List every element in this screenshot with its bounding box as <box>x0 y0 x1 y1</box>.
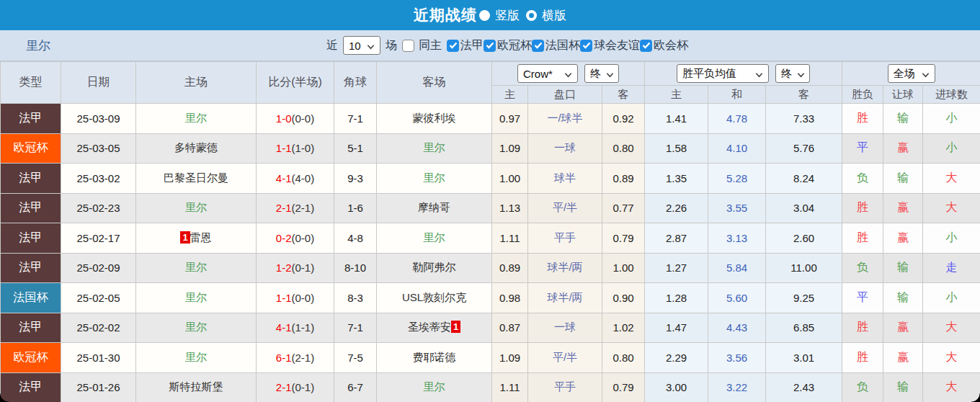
team-link[interactable]: 费耶诺德 <box>413 351 456 363</box>
avg-home-odds: 2.87 <box>645 223 708 254</box>
avg-away-odds: 9.25 <box>766 283 842 313</box>
team-link[interactable]: 里尔 <box>424 231 445 244</box>
team-link[interactable]: 里尔 <box>424 380 445 393</box>
home-team-cell: 里尔 <box>136 104 257 134</box>
team-link[interactable]: 圣埃蒂安1 <box>408 321 460 333</box>
recent-count-select[interactable]: 10 <box>343 36 380 55</box>
result-goals: 大 <box>923 164 980 194</box>
asian-away-odds: 0.80 <box>602 133 645 164</box>
league-filter-group: 法甲欧冠杯法国杯球会友谊欧会杯 <box>447 38 688 53</box>
recent-results-panel: 近期战绩 竖版横版 里尔 近 10 场 同主 法甲欧冠杯法国杯球会友谊欧会杯 <box>0 0 980 402</box>
away-team-cell: 里尔 <box>377 164 492 194</box>
avg-draw-odds: 4.10 <box>708 133 766 164</box>
team-link[interactable]: USL敦刻尔克 <box>402 291 466 303</box>
team-link[interactable]: 里尔 <box>185 261 207 273</box>
team-link[interactable]: 里尔 <box>424 171 445 184</box>
match-row: 欧冠杯25-03-05多特蒙德1-1(1-0)5-1里尔1.09一球0.801.… <box>1 133 980 164</box>
result-handicap: 输 <box>883 164 923 194</box>
home-team-cell: 里尔 <box>136 193 257 223</box>
team-link[interactable]: 里尔 <box>424 141 445 153</box>
asian-home-odds: 0.87 <box>492 313 528 343</box>
result-outcome: 胜 <box>842 313 883 343</box>
team-link[interactable]: 蒙彼利埃 <box>413 112 456 124</box>
team-link[interactable]: 1雷恩 <box>180 231 211 244</box>
corners-cell: 7-1 <box>334 313 377 343</box>
asian-home-odds: 1.11 <box>492 372 528 402</box>
league-type-cell: 欧冠杯 <box>1 133 61 164</box>
avg-home-odds: 2.26 <box>645 193 708 223</box>
team-name[interactable]: 里尔 <box>26 37 50 54</box>
team-link[interactable]: 里尔 <box>185 321 207 333</box>
asian-odds-group-header: Crow* 终 <box>492 62 645 86</box>
asian-home-odds: 0.89 <box>492 253 528 283</box>
odds-stage-select[interactable]: 终 <box>584 64 619 83</box>
result-goals: 小 <box>923 133 980 164</box>
match-row: 法甲25-03-09里尔1-0(0-0)7-1蒙彼利埃0.97一/球半0.921… <box>1 104 980 134</box>
league-type-cell: 法甲 <box>1 104 61 134</box>
score-cell: 2-1(0-1) <box>257 372 334 402</box>
league-filter-2: 法国杯 <box>532 38 580 53</box>
match-row: 法甲25-03-02巴黎圣日尔曼4-1(4-0)9-3里尔1.00球半0.891… <box>1 164 980 194</box>
odds-company-select[interactable]: Crow* <box>517 64 578 83</box>
avg-type-select[interactable]: 胜平负均值 <box>677 64 769 83</box>
col-header-type: 类型 <box>1 62 61 104</box>
score-cell: 6-1(2-1) <box>257 343 334 373</box>
league-type-cell: 法甲 <box>1 313 61 343</box>
team-link[interactable]: 斯特拉斯堡 <box>169 380 223 393</box>
team-link[interactable]: 里尔 <box>185 112 207 124</box>
avg-home-odds: 1.28 <box>645 283 708 313</box>
sub-header-handicap: 让球 <box>883 86 923 104</box>
league-checkbox[interactable] <box>580 40 592 52</box>
layout-radio-vertical[interactable]: 竖版 <box>479 7 520 24</box>
handicap-line: 球半 <box>528 164 602 194</box>
league-checkbox[interactable] <box>484 40 496 52</box>
sub-header-avg-away: 客 <box>766 86 842 104</box>
corners-cell: 8-3 <box>334 283 377 313</box>
corners-cell: 8-10 <box>334 253 377 283</box>
asian-home-odds: 1.11 <box>492 223 528 254</box>
handicap-line: 平手 <box>528 372 602 402</box>
avg-away-odds: 3.04 <box>766 193 842 223</box>
result-goals: 大 <box>923 343 980 373</box>
league-checkbox[interactable] <box>640 40 652 52</box>
league-type-cell: 法甲 <box>1 164 61 194</box>
team-link[interactable]: 多特蒙德 <box>174 141 218 153</box>
team-link[interactable]: 勒阿弗尔 <box>413 261 456 273</box>
score-cell: 1-1(0-0) <box>257 283 334 313</box>
col-header-date: 日期 <box>61 62 136 104</box>
result-goals: 大 <box>923 313 980 343</box>
avg-draw-odds: 3.22 <box>708 372 766 402</box>
home-team-cell: 斯特拉斯堡 <box>136 372 257 402</box>
league-type-cell: 欧冠杯 <box>1 343 61 373</box>
team-link[interactable]: 里尔 <box>185 201 207 213</box>
asian-away-odds: 1.00 <box>602 253 645 283</box>
team-link[interactable]: 摩纳哥 <box>418 201 450 213</box>
result-handicap: 输 <box>883 104 923 134</box>
league-checkbox[interactable] <box>447 40 459 52</box>
avg-away-odds: 7.33 <box>766 104 842 134</box>
league-checkbox[interactable] <box>532 40 544 52</box>
result-goals: 小 <box>923 223 980 254</box>
chevron-down-icon <box>606 68 614 80</box>
corners-cell: 7-1 <box>334 104 377 134</box>
asian-away-odds: 1.02 <box>602 313 645 343</box>
layout-radio-horizontal[interactable]: 横版 <box>526 7 566 24</box>
result-group-header: 全场 <box>842 62 980 86</box>
corners-cell: 9-3 <box>334 164 377 194</box>
avg-home-odds: 2.29 <box>645 343 708 373</box>
avg-away-odds: 3.01 <box>766 343 842 373</box>
team-link[interactable]: 里尔 <box>185 351 207 363</box>
same-home-checkbox[interactable] <box>402 40 414 52</box>
match-row: 法甲25-01-26斯特拉斯堡2-1(0-1)6-7里尔1.11平手0.793.… <box>1 372 980 402</box>
chevron-down-icon <box>564 68 572 80</box>
asian-away-odds: 0.92 <box>602 104 645 134</box>
avg-home-odds: 3.00 <box>645 372 708 402</box>
match-scope-select[interactable]: 全场 <box>888 64 935 83</box>
team-link[interactable]: 巴黎圣日尔曼 <box>164 171 228 184</box>
avg-draw-odds: 4.43 <box>708 313 766 343</box>
team-link[interactable]: 里尔 <box>185 291 207 303</box>
avg-stage-select[interactable]: 终 <box>775 64 810 83</box>
date-cell: 25-01-30 <box>61 343 136 373</box>
result-outcome: 胜 <box>842 343 883 373</box>
same-home-filter: 同主 <box>402 38 442 53</box>
